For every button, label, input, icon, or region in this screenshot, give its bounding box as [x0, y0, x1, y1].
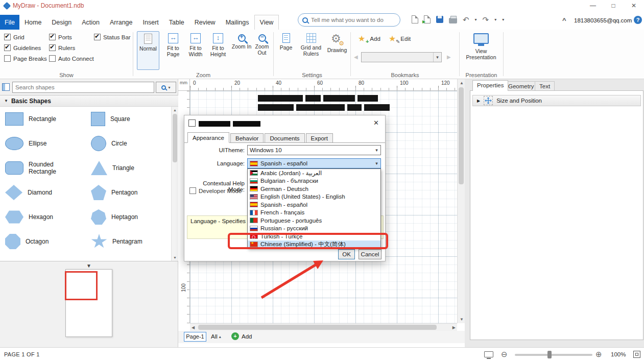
- checkbox-box[interactable]: [4, 34, 11, 40]
- dialog-tab-behavior[interactable]: Behavior: [230, 133, 264, 142]
- page-settings-button[interactable]: Page: [277, 31, 295, 70]
- toolbar-more-icon[interactable]: ▾: [502, 17, 504, 22]
- scroll-left-icon[interactable]: ◀: [192, 325, 195, 330]
- shape-search-button[interactable]: ▾: [156, 82, 176, 93]
- fit-to-height-button[interactable]: ↕ Fit to Height: [207, 31, 229, 70]
- add-bookmark-button[interactable]: ★+ Add: [358, 35, 380, 43]
- developer-mode-checkbox[interactable]: Developer Mode: [189, 187, 242, 194]
- language-option-spanish[interactable]: Spanish - español: [248, 201, 380, 209]
- tab-text[interactable]: Text: [535, 81, 555, 91]
- language-option-french[interactable]: French - français: [248, 209, 380, 217]
- checkbox-ports[interactable]: Ports: [49, 34, 72, 40]
- checkbox-page-breaks[interactable]: Page Breaks: [4, 55, 47, 62]
- open-document-icon[interactable]: ▶: [424, 15, 431, 23]
- new-document-icon[interactable]: [412, 15, 418, 23]
- shape-item-circle[interactable]: Circle: [91, 131, 172, 156]
- tab-review[interactable]: Review: [189, 15, 221, 30]
- zoom-slider-thumb[interactable]: [547, 351, 552, 358]
- zoom-out-icon[interactable]: ⊖: [501, 350, 508, 359]
- checkbox-box[interactable]: [189, 187, 196, 194]
- dialog-close-icon[interactable]: ✕: [373, 119, 379, 127]
- tab-geometry[interactable]: Geometry: [504, 81, 539, 91]
- zoom-in-button[interactable]: + Zoom In: [231, 31, 252, 70]
- language-option-german[interactable]: German - Deutsch: [248, 185, 380, 193]
- checkbox-rulers[interactable]: Rulers: [49, 44, 75, 51]
- search-input[interactable]: [311, 17, 393, 23]
- page-tab[interactable]: Page-1: [184, 332, 206, 342]
- shapes-scrollbar[interactable]: ▲ ▼: [171, 107, 178, 261]
- language-select[interactable]: Spanish - español ▾: [247, 158, 381, 169]
- zoom-normal-button[interactable]: Normal: [137, 31, 159, 70]
- tab-action[interactable]: Action: [77, 15, 105, 30]
- shape-item-diamond[interactable]: Diamond: [5, 180, 86, 205]
- account-email[interactable]: 1813803655@qq.com: [574, 17, 632, 23]
- zoom-in-icon[interactable]: ⊕: [595, 350, 602, 359]
- fit-screen-icon[interactable]: [484, 351, 493, 357]
- checkbox-auto-connect[interactable]: Auto Connect: [49, 55, 94, 62]
- scroll-right-icon[interactable]: ▶: [452, 325, 456, 330]
- panel-toggle-icon[interactable]: [2, 83, 10, 91]
- scroll-up-icon[interactable]: ▲: [172, 108, 178, 112]
- add-page-button[interactable]: + Add: [231, 332, 252, 340]
- save-icon[interactable]: [436, 16, 443, 23]
- panel-splitter-icon[interactable]: ▼: [0, 263, 178, 269]
- checkbox-guidelines[interactable]: Guidelines: [4, 44, 41, 51]
- previous-bookmark-icon[interactable]: ◀: [354, 54, 358, 60]
- language-option-portuguese[interactable]: Portuguese - português: [248, 216, 380, 225]
- uitheme-select[interactable]: Windows 10 ▾: [247, 145, 381, 155]
- scrollbar-thumb[interactable]: [459, 87, 464, 184]
- edit-bookmark-button[interactable]: ★✎ Edit: [389, 35, 411, 43]
- shape-search-box[interactable]: [12, 82, 154, 93]
- fit-to-width-button[interactable]: ↔ Fit to Width: [184, 31, 207, 70]
- fit-to-page-button[interactable]: ↔ Fit to Page: [162, 31, 184, 70]
- shape-item-rounded-rectangle[interactable]: Rounded Rectangle: [5, 156, 86, 180]
- maximize-button[interactable]: □: [603, 2, 624, 9]
- print-icon[interactable]: [449, 18, 457, 23]
- scroll-down-icon[interactable]: ▼: [172, 256, 178, 259]
- fit-page-icon[interactable]: [633, 351, 640, 358]
- shape-item-pentagram[interactable]: Pentagram: [91, 229, 172, 254]
- tab-file[interactable]: File: [0, 15, 19, 30]
- tab-properties[interactable]: Properties: [472, 80, 508, 91]
- help-icon[interactable]: ?: [634, 16, 642, 24]
- checkbox-box[interactable]: [94, 34, 101, 40]
- zoom-slider-track[interactable]: [515, 354, 592, 356]
- close-button[interactable]: ✕: [624, 2, 644, 9]
- tab-insert[interactable]: Insert: [138, 15, 164, 30]
- all-pages-button[interactable]: All ▴: [211, 333, 221, 340]
- checkbox-box[interactable]: [49, 34, 56, 40]
- drawing-settings-button[interactable]: ⚙ ⚙ Drawing: [326, 31, 348, 70]
- tab-mailings[interactable]: Mailings: [221, 15, 254, 30]
- shape-item-triangle[interactable]: Triangle: [91, 156, 172, 180]
- language-option-bulgarian[interactable]: Bulgarian - български: [248, 177, 380, 185]
- cancel-button[interactable]: Cancel: [359, 249, 381, 259]
- shape-item-square[interactable]: Square: [91, 107, 172, 131]
- undo-icon[interactable]: ↶: [463, 16, 469, 23]
- tab-design[interactable]: Design: [46, 15, 77, 30]
- dialog-tab-export[interactable]: Export: [306, 133, 333, 142]
- vertical-scrollbar[interactable]: ▲ ▼: [457, 79, 465, 323]
- checkbox-grid[interactable]: Grid: [4, 34, 25, 40]
- ok-button[interactable]: OK: [338, 249, 355, 259]
- checkbox-box[interactable]: [49, 55, 56, 62]
- collapse-ribbon-icon[interactable]: ^: [562, 16, 566, 24]
- checkbox-status-bar[interactable]: Status Bar: [94, 34, 131, 40]
- dialog-tab-appearance[interactable]: Appearance: [187, 132, 229, 143]
- view-presentation-button[interactable]: View Presentation: [465, 31, 497, 70]
- chevron-down-icon[interactable]: ▾: [433, 53, 441, 62]
- grid-and-rulers-button[interactable]: Grid and Rulers: [297, 31, 325, 70]
- redo-icon[interactable]: ↷: [483, 16, 489, 23]
- zoom-out-button[interactable]: − Zoom Out: [252, 31, 272, 70]
- tab-home[interactable]: Home: [19, 15, 46, 30]
- tab-view[interactable]: View: [254, 15, 279, 30]
- page-thumbnail[interactable]: [65, 269, 112, 337]
- language-option-arabic[interactable]: Arabic (Jordan) - العربية: [248, 169, 380, 177]
- shape-item-hexagon[interactable]: Hexagon: [5, 205, 86, 229]
- tell-me-search[interactable]: [298, 13, 400, 27]
- shapes-section-header[interactable]: ▼ Basic Shapes: [0, 95, 178, 107]
- shape-item-heptagon[interactable]: Heptagon: [91, 205, 172, 229]
- shape-item-rectangle[interactable]: Rectangle: [5, 107, 86, 131]
- language-option-russian[interactable]: Russian - русский: [248, 225, 380, 233]
- language-option-english[interactable]: English (United States) - English: [248, 193, 380, 201]
- redo-dropdown-icon[interactable]: ▾: [494, 17, 496, 22]
